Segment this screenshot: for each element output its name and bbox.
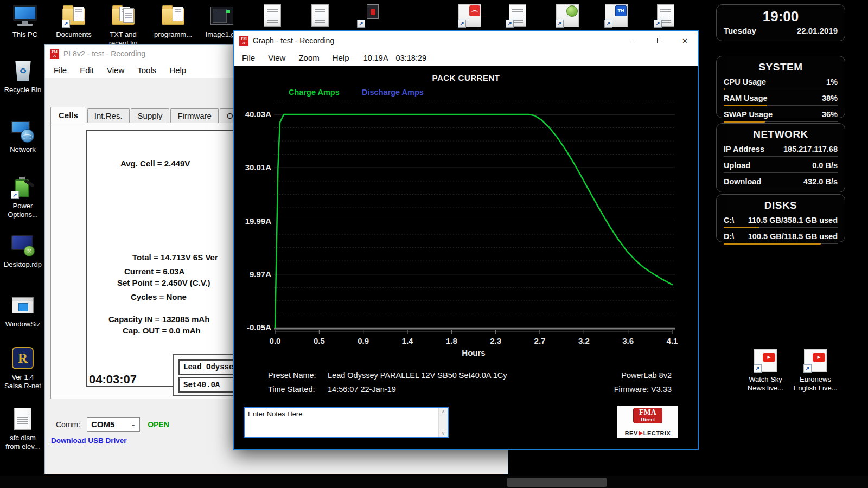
comm-status: OPEN <box>148 420 169 429</box>
th-app-icon: TH <box>615 5 627 16</box>
desktop-icon-salsa-r[interactable]: R Ver 1.4Salsa.R-net <box>0 346 46 390</box>
icon-label: programm... <box>154 30 192 39</box>
shortcut-arrow-icon: ↗ <box>803 364 812 373</box>
desktop-icon-network[interactable]: Network <box>0 118 46 154</box>
fma-direct-logo: FMA Direct REV LECTRIX <box>617 406 678 438</box>
set-point-value: Set Point = 2.450V (C.V.) <box>117 278 210 287</box>
desktop-icon-txt-folder[interactable]: TXT andrecent lin <box>100 3 146 48</box>
desktop-icon-windowsize[interactable]: WindowSiz <box>0 293 46 329</box>
desktop-icon-euronews[interactable]: ▶↗ EuronewsEnglish Live... <box>793 348 838 393</box>
minimize-button[interactable] <box>621 31 647 50</box>
close-button[interactable]: ✕ <box>672 31 698 50</box>
capacity-in-value: Capacity IN = 132085 mAh <box>108 314 209 324</box>
taskbar[interactable] <box>0 476 868 488</box>
notes-scrollbar[interactable]: ∧ ∨ <box>438 408 448 437</box>
desktop-icon-document-shortcut-2[interactable]: ↗ <box>643 3 688 28</box>
menu-edit[interactable]: Edit <box>73 63 100 77</box>
graph-titlebar[interactable]: FMA Graph - test - Recording ✕ <box>234 31 698 50</box>
desktop-icon-th-app-shortcut[interactable]: TH↗ <box>593 3 639 28</box>
chart-area: PACK CURRENT Charge Amps Discharge Amps … <box>234 66 698 449</box>
document-icon <box>311 4 329 27</box>
tab-supply[interactable]: Supply <box>131 108 170 123</box>
tab-firmware[interactable]: Firmware <box>170 108 219 123</box>
app-icon <box>367 4 379 19</box>
scroll-down-icon[interactable]: ∨ <box>442 431 445 436</box>
svg-text:Hours: Hours <box>462 348 485 357</box>
tab-cells[interactable]: Cells <box>50 107 86 124</box>
menu-view[interactable]: View <box>261 51 292 65</box>
time-started-value: 14:56:07 22-Jan-19 <box>328 385 396 394</box>
window-title: Graph - test - Recording <box>253 36 334 45</box>
widget-title: DISKS <box>717 200 845 211</box>
desktop-icon-desktop-rdp[interactable]: ⤧ Desktop.rdp <box>0 233 46 269</box>
cpu-usage-bar <box>724 88 725 90</box>
desktop-icon-sky-news[interactable]: ▶↗ Watch SkyNews live... <box>743 348 788 393</box>
ip-address-row: IP Address 185.217.117.68 <box>724 145 838 157</box>
desktop-icon-document-shortcut-1[interactable]: ↗ <box>495 3 540 28</box>
current-value: Current = 6.03A <box>124 267 184 276</box>
document-icon <box>264 4 281 27</box>
youtube-icon: ▶ <box>763 353 775 362</box>
desktop-icon-document-1[interactable] <box>250 3 295 28</box>
fma-app-icon: FMA <box>239 36 248 46</box>
scroll-up-icon[interactable]: ∧ <box>442 409 445 414</box>
document-icon <box>14 408 31 430</box>
svg-text:2.3: 2.3 <box>490 336 501 345</box>
revolectrix-wordmark: REV LECTRIX <box>625 430 671 436</box>
rdp-icon: ⤧ <box>24 246 35 256</box>
desktop-icon-programm-folder[interactable]: programm... <box>150 3 196 39</box>
ram-usage-bar <box>724 105 767 106</box>
tab-int-res[interactable]: Int.Res. <box>87 108 130 123</box>
svg-text:40.03A: 40.03A <box>245 110 272 119</box>
desktop-icon-power-options[interactable]: ↗ PowerOptions... <box>0 175 46 219</box>
desktop-icon-document-2[interactable] <box>297 3 343 28</box>
desktop-icon-recycle-bin[interactable]: ♻ Recycle Bin <box>0 59 46 94</box>
svg-text:4.1: 4.1 <box>667 336 678 345</box>
svg-text:1.4: 1.4 <box>402 336 414 345</box>
ram-usage-row: RAM Usage 38% <box>724 94 838 106</box>
icon-label: Ver 1.4Salsa.R-net <box>4 373 41 390</box>
firmware-version: Firmware: V3.33 <box>614 385 672 394</box>
green-orb-icon <box>566 5 578 17</box>
icon-label: WindowSiz <box>5 320 40 329</box>
network-widget: NETWORK IP Address 185.217.117.68 Upload… <box>716 123 845 192</box>
pl8v2-tabs: Cells Int.Res. Supply Firmware Options <box>50 108 263 123</box>
clock-day: Tuesday <box>724 26 756 35</box>
download-usb-driver-link[interactable]: Download USB Driver <box>51 436 127 445</box>
menu-help[interactable]: Help <box>326 51 356 65</box>
icon-label: Desktop.rdp <box>4 260 42 269</box>
svg-text:0.0: 0.0 <box>270 336 281 345</box>
svg-text:9.97A: 9.97A <box>250 269 271 279</box>
avg-cell-value: Avg. Cell = 2.449V <box>120 159 190 168</box>
graph-menubar: File View Zoom Help 10.19A 03:18:29 <box>234 50 698 66</box>
desktop-icon-app-shortcut[interactable]: ↗ <box>346 3 392 28</box>
svg-text:30.01A: 30.01A <box>245 163 272 172</box>
menu-file[interactable]: File <box>47 63 73 77</box>
youtube-icon: ▶ <box>813 353 825 362</box>
icon-label: sfc dismfrom elev... <box>5 434 40 451</box>
menu-tools[interactable]: Tools <box>131 63 163 77</box>
menu-zoom[interactable]: Zoom <box>292 51 326 65</box>
desktop-icon-sfc-dism[interactable]: sfc dismfrom elev... <box>0 407 46 451</box>
red-app-icon <box>469 5 480 16</box>
notes-input[interactable]: Enter Notes Here <box>245 408 438 437</box>
com-port-select[interactable]: COM5 ⌄ <box>87 417 140 432</box>
elapsed-readout: 03:18:29 <box>396 54 426 62</box>
desktop-icon-documents[interactable]: ↗ Documents <box>51 3 97 39</box>
desktop-icon-this-pc[interactable]: This PC <box>2 3 48 39</box>
shortcut-arrow-icon: ↗ <box>62 20 70 28</box>
clock-time: 19:00 <box>717 8 845 25</box>
chevron-down-icon: ⌄ <box>131 421 136 428</box>
icon-label: Recycle Bin <box>4 86 42 94</box>
amps-readout: 10.19A <box>363 54 388 62</box>
taskbar-button[interactable] <box>507 478 607 487</box>
maximize-button[interactable] <box>647 31 672 50</box>
icon-label: Network <box>10 145 36 154</box>
menu-view[interactable]: View <box>100 63 131 77</box>
menu-help[interactable]: Help <box>163 63 193 77</box>
menu-file[interactable]: File <box>235 51 261 65</box>
desktop-icon-green-app-shortcut[interactable]: ↗ <box>545 3 590 28</box>
desktop-icon-red-app-shortcut[interactable]: ↗ <box>447 3 493 28</box>
graph-window: FMA Graph - test - Recording ✕ File View… <box>233 30 699 450</box>
disk-d-bar <box>724 243 821 245</box>
